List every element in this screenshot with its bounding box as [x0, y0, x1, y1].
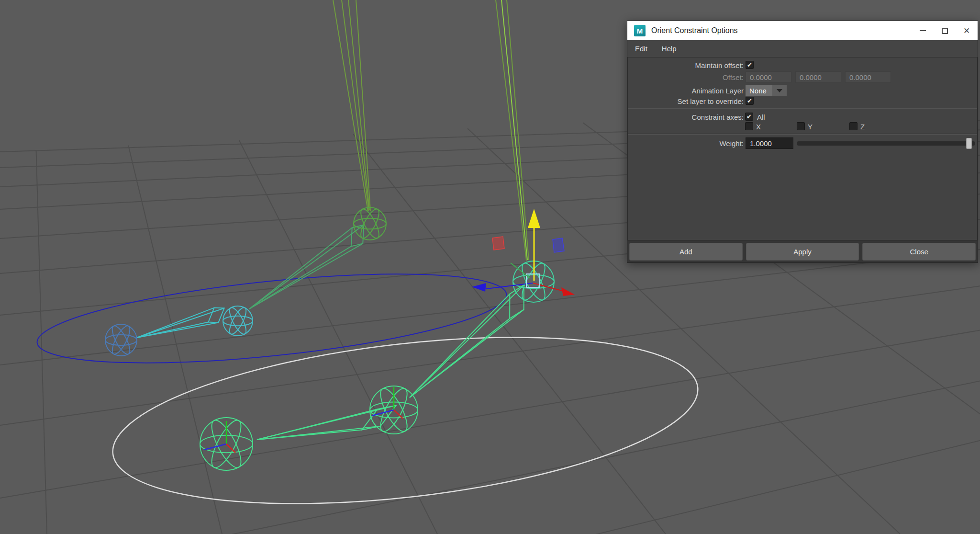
check-icon: ✔	[747, 98, 752, 104]
joint-end[interactable]	[200, 417, 253, 471]
close-window-button[interactable]: ✕	[956, 21, 978, 40]
maintain-offset-checkbox[interactable]: ✔	[746, 61, 754, 69]
joint-blue-end[interactable]	[105, 324, 137, 356]
manip-plane-z[interactable]	[553, 238, 564, 252]
maintain-offset-label: Maintain offset:	[628, 61, 744, 69]
offset-label: Offset:	[628, 73, 744, 81]
minimize-button[interactable]	[912, 21, 934, 40]
offset-y-field: 0.0000	[795, 71, 841, 83]
axes-z-label: Z	[860, 123, 865, 131]
maya-app-icon: M	[634, 25, 646, 36]
axes-x-checkbox[interactable]	[745, 122, 753, 130]
chevron-down-icon	[777, 89, 782, 92]
joint-green-upper[interactable]	[354, 207, 386, 241]
axes-z-checkbox[interactable]	[849, 122, 858, 130]
minimize-icon	[920, 30, 926, 31]
nurbs-circle-blue[interactable]	[33, 257, 511, 380]
bone-mid-to-end[interactable]	[257, 405, 396, 440]
separator	[628, 134, 977, 135]
set-layer-override-label: Set layer to override:	[628, 97, 744, 105]
check-icon: ✔	[747, 62, 752, 68]
dialog-button-row: Add Apply Close	[627, 240, 978, 262]
maximize-button[interactable]	[934, 21, 956, 40]
dialog-menubar: Edit Help	[627, 40, 978, 57]
weight-slider[interactable]	[797, 141, 975, 146]
weight-field[interactable]: 1.0000	[746, 137, 793, 149]
axes-all-label: All	[757, 113, 765, 121]
add-button[interactable]: Add	[629, 243, 743, 261]
dropdown-arrow-button[interactable]	[772, 85, 787, 96]
menu-edit[interactable]: Edit	[635, 45, 647, 53]
animation-layer-dropdown[interactable]: None	[746, 85, 787, 96]
manip-center-handle[interactable]	[526, 274, 540, 287]
manip-arrow-y[interactable]	[528, 209, 540, 281]
set-layer-override-checkbox[interactable]: ✔	[746, 97, 754, 105]
constraint-axes-label: Constraint axes:	[628, 113, 744, 121]
axes-y-checkbox[interactable]	[797, 122, 805, 130]
apply-button[interactable]: Apply	[746, 243, 859, 261]
offscreen-bone-lines-left[interactable]	[333, 0, 370, 211]
orient-constraint-options-dialog: M Orient Constraint Options ✕ Edit Help …	[627, 21, 978, 263]
offscreen-bone-line-bright[interactable]	[501, 0, 527, 260]
maya-application: M Orient Constraint Options ✕ Edit Help …	[0, 0, 980, 534]
offset-x-field: 0.0000	[746, 71, 791, 83]
close-icon: ✕	[963, 27, 970, 35]
animation-layer-value: None	[746, 85, 772, 96]
dialog-title: Orient Constraint Options	[651, 26, 738, 35]
axes-y-label: Y	[808, 123, 813, 131]
weight-label: Weight:	[628, 139, 744, 148]
check-icon: ✔	[746, 114, 752, 120]
weight-slider-handle[interactable]	[966, 138, 972, 149]
separator	[628, 108, 977, 109]
menu-help[interactable]: Help	[662, 45, 677, 53]
manip-plane-x[interactable]	[492, 237, 504, 250]
axes-all-checkbox[interactable]: ✔	[745, 113, 753, 121]
axes-x-label: X	[756, 123, 761, 131]
dialog-titlebar[interactable]: M Orient Constraint Options ✕	[627, 21, 978, 40]
joint-cyan[interactable]	[223, 306, 253, 336]
bone-upper-to-cyan[interactable]	[249, 225, 364, 309]
animation-layer-label: Animation Layer	[628, 87, 744, 95]
offset-z-field: 0.0000	[845, 71, 891, 83]
close-button[interactable]: Close	[862, 243, 976, 261]
bone-cyan-to-blue[interactable]	[137, 308, 224, 338]
dialog-content: Maintain offset: ✔ Offset: 0.0000 0.0000…	[627, 57, 978, 240]
maximize-icon	[942, 28, 948, 34]
